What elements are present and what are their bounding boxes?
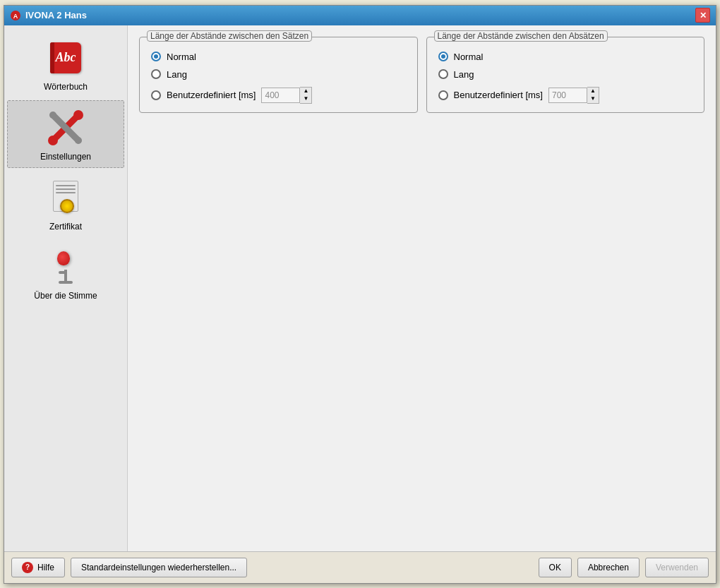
svg-text:A: A bbox=[13, 13, 18, 20]
sentences-lang-radio[interactable] bbox=[151, 69, 161, 79]
sentences-normal-radio[interactable] bbox=[151, 52, 161, 61]
svg-point-6 bbox=[49, 112, 56, 119]
svg-point-7 bbox=[75, 137, 82, 144]
sidebar-item-zertifikat-label: Zertifikat bbox=[49, 222, 82, 232]
sentences-benutzerdefiniert-label: Benutzerdefiniert [ms] bbox=[167, 90, 256, 100]
content-area: Abc Wörterbuch bbox=[4, 25, 716, 551]
paragraphs-benutzerdefiniert-label: Benutzerdefiniert [ms] bbox=[454, 90, 543, 100]
paragraphs-legend: Länge der Abstände zwischen den Absätzen bbox=[434, 30, 608, 42]
sidebar-item-einstellungen[interactable]: Einstellungen bbox=[7, 100, 124, 168]
svg-point-5 bbox=[73, 110, 83, 120]
groups-row: Länge der Abstände zwischen den Sätzen N… bbox=[139, 37, 704, 113]
einstellungen-icon-container bbox=[44, 107, 87, 149]
sidebar-item-woerterbuch-label: Wörterbuch bbox=[44, 82, 88, 92]
woerterbuch-icon-container: Abc bbox=[44, 37, 87, 79]
sentences-spinbox-input[interactable] bbox=[261, 88, 300, 103]
sidebar-item-stimme-label: Über die Stimme bbox=[34, 291, 97, 302]
verwenden-button[interactable]: Verwenden bbox=[645, 558, 709, 577]
paragraphs-normal-label: Normal bbox=[454, 52, 484, 62]
sentences-benutzerdefiniert-item[interactable]: Benutzerdefiniert [ms] ▲ ▼ bbox=[151, 87, 406, 104]
window-title: IVONA 2 Hans bbox=[25, 10, 87, 20]
sentences-spinbox[interactable]: ▲ ▼ bbox=[261, 87, 312, 104]
abbrechen-label: Abbrechen bbox=[588, 563, 629, 572]
sentences-legend: Länge der Abstände zwischen den Sätzen bbox=[147, 30, 312, 42]
main-panel: Länge der Abstände zwischen den Sätzen N… bbox=[128, 25, 716, 551]
sidebar-item-zertifikat[interactable]: Zertifikat bbox=[7, 171, 124, 237]
paragraphs-normal-radio[interactable] bbox=[438, 52, 448, 61]
paragraphs-benutzerdefiniert-radio[interactable] bbox=[438, 90, 448, 100]
settings-icon bbox=[47, 109, 84, 146]
sentences-benutzerdefiniert-radio[interactable] bbox=[151, 90, 161, 100]
sentences-group: Länge der Abstände zwischen den Sätzen N… bbox=[139, 37, 418, 113]
sidebar-item-woerterbuch[interactable]: Abc Wörterbuch bbox=[7, 31, 124, 97]
paragraphs-spinbox[interactable]: ▲ ▼ bbox=[548, 87, 599, 104]
book-icon: Abc bbox=[47, 40, 84, 76]
sentences-lang-label: Lang bbox=[167, 69, 187, 80]
paragraphs-lang-item[interactable]: Lang bbox=[438, 69, 693, 80]
close-button[interactable]: ✕ bbox=[695, 8, 710, 23]
paragraphs-spin-up[interactable]: ▲ bbox=[587, 88, 599, 95]
paragraphs-radio-group: Normal Lang Benutzerdefiniert [ms] bbox=[438, 52, 693, 104]
main-window: A IVONA 2 Hans ✕ Abc Wörterbuch bbox=[4, 5, 716, 584]
zertifikat-icon-container bbox=[44, 176, 87, 219]
paragraphs-normal-item[interactable]: Normal bbox=[438, 52, 693, 62]
title-bar-left: A IVONA 2 Hans bbox=[10, 10, 87, 21]
paragraphs-benutzerdefiniert-item[interactable]: Benutzerdefiniert [ms] ▲ ▼ bbox=[438, 87, 693, 104]
voice-icon bbox=[47, 248, 84, 285]
sentences-spin-down[interactable]: ▼ bbox=[300, 95, 311, 103]
ok-label: OK bbox=[549, 563, 561, 572]
standardeinstellungen-label: Standardeinstellungen wiederherstellen..… bbox=[81, 563, 236, 572]
sentences-lang-item[interactable]: Lang bbox=[151, 69, 406, 80]
sentences-radio-group: Normal Lang Benutzerdefiniert [ms] bbox=[151, 52, 406, 104]
certificate-icon bbox=[47, 179, 84, 216]
paragraphs-lang-label: Lang bbox=[454, 69, 474, 80]
sentences-normal-item[interactable]: Normal bbox=[151, 52, 406, 62]
sentences-spinbox-buttons: ▲ ▼ bbox=[300, 87, 312, 104]
paragraphs-spin-down[interactable]: ▼ bbox=[587, 95, 599, 103]
sentences-normal-label: Normal bbox=[167, 52, 196, 62]
app-icon: A bbox=[10, 10, 21, 21]
sidebar-item-stimme[interactable]: Über die Stimme bbox=[7, 240, 124, 308]
standardeinstellungen-button[interactable]: Standardeinstellungen wiederherstellen..… bbox=[71, 558, 247, 577]
svg-point-4 bbox=[48, 136, 58, 145]
verwenden-label: Verwenden bbox=[656, 563, 698, 572]
abbrechen-button[interactable]: Abbrechen bbox=[577, 558, 640, 577]
hilfe-button[interactable]: ? Hilfe bbox=[11, 558, 65, 577]
paragraphs-group: Länge der Abstände zwischen den Absätzen… bbox=[426, 37, 705, 113]
title-bar: A IVONA 2 Hans ✕ bbox=[4, 6, 716, 25]
paragraphs-spinbox-input[interactable] bbox=[548, 88, 587, 103]
paragraphs-spinbox-buttons: ▲ ▼ bbox=[587, 87, 599, 104]
bottom-bar: ? Hilfe Standardeinstellungen wiederhers… bbox=[4, 551, 716, 583]
sidebar-item-einstellungen-label: Einstellungen bbox=[40, 152, 91, 162]
hilfe-icon: ? bbox=[22, 562, 33, 573]
stimme-icon-container bbox=[44, 246, 87, 288]
sentences-spin-up[interactable]: ▲ bbox=[300, 88, 311, 95]
sidebar: Abc Wörterbuch bbox=[4, 25, 128, 551]
ok-button[interactable]: OK bbox=[539, 558, 572, 577]
hilfe-label: Hilfe bbox=[37, 563, 54, 572]
paragraphs-lang-radio[interactable] bbox=[438, 69, 448, 79]
